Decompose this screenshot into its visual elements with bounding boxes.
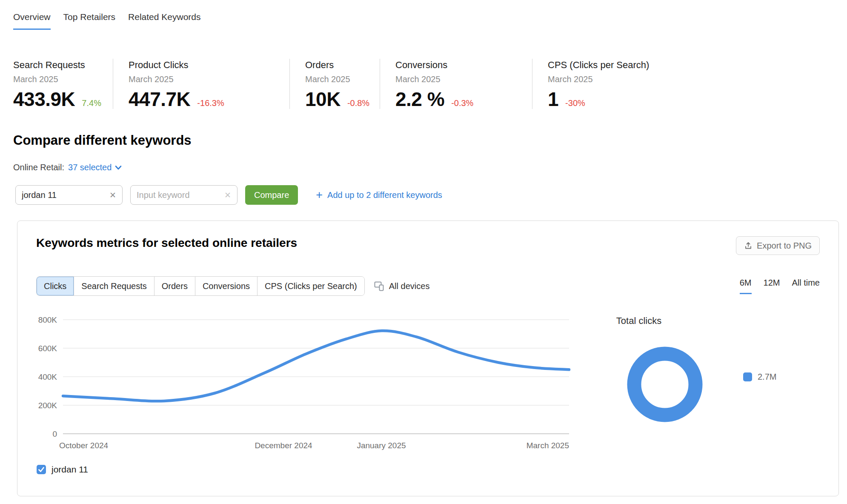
svg-text:200K: 200K (38, 401, 57, 410)
export-button-label: Export to PNG (757, 241, 812, 251)
metric-change: 7.4% (82, 98, 101, 108)
metric-value: 10K (305, 88, 341, 111)
svg-text:October 2024: October 2024 (59, 441, 109, 450)
metric-value: 433.9K (13, 88, 75, 111)
keyword-input-2-wrap: ✕ (130, 185, 238, 205)
metric-value: 1 (548, 88, 558, 111)
legend-swatch (743, 372, 752, 381)
metric-card-search-requests: Search Requests March 2025 433.9K 7.4% (13, 59, 113, 109)
series-checkbox-checked[interactable] (37, 465, 46, 474)
compare-button[interactable]: Compare (245, 185, 298, 205)
metric-change: -16.3% (197, 98, 224, 108)
retailer-filter-label: Online Retail: (13, 163, 64, 172)
metric-summary-row: Search Requests March 2025 433.9K 7.4% P… (13, 59, 847, 109)
range-6m[interactable]: 6M (740, 278, 752, 294)
chart-controls-row: Clicks Search Requests Orders Conversion… (36, 276, 820, 296)
compare-section-title: Compare different keywords (13, 133, 192, 148)
tab-overview[interactable]: Overview (13, 12, 51, 30)
metric-card-orders: Orders March 2025 10K -0.8% (289, 59, 380, 109)
metric-period: March 2025 (395, 74, 532, 84)
all-devices-selector[interactable]: All devices (374, 281, 430, 291)
panel-title: Keywords metrics for selected online ret… (36, 236, 297, 250)
keyword-compare-controls: ✕ ✕ Compare + Add up to 2 different keyw… (15, 185, 442, 205)
metric-card-cps: CPS (Clicks per Search) March 2025 1 -30… (532, 59, 804, 109)
svg-text:400K: 400K (38, 372, 57, 381)
metric-tab-cps[interactable]: CPS (Clicks per Search) (257, 277, 364, 295)
clear-keyword-1-icon[interactable]: ✕ (109, 191, 116, 199)
metric-period: March 2025 (13, 74, 113, 84)
keyword-input-1-wrap: ✕ (15, 185, 123, 205)
range-12m[interactable]: 12M (764, 278, 780, 294)
keywords-metrics-panel: Keywords metrics for selected online ret… (17, 220, 839, 496)
y-axis-tick-labels: 800K 600K 400K 200K 0 (38, 315, 57, 438)
checkmark-icon (38, 467, 45, 472)
metric-change: -0.8% (347, 98, 369, 108)
export-to-png-button[interactable]: Export to PNG (736, 236, 820, 255)
metric-label: CPS (Clicks per Search) (548, 60, 804, 71)
metric-card-product-clicks: Product Clicks March 2025 447.7K -16.3% (113, 59, 289, 109)
donut-legend-item: 2.7M (743, 372, 776, 382)
metric-label: Orders (305, 60, 380, 71)
retailer-filter-value: 37 selected (68, 163, 112, 172)
keyword-analytics-page: Overview Top Retailers Related Keywords … (0, 0, 847, 504)
tab-top-retailers[interactable]: Top Retailers (63, 12, 116, 30)
retailer-filter-row: Online Retail: 37 selected (13, 163, 122, 172)
x-axis-tick-labels: October 2024 December 2024 January 2025 … (59, 441, 569, 450)
keyword-input-1[interactable] (22, 190, 103, 200)
svg-text:800K: 800K (38, 315, 57, 324)
tab-related-keywords[interactable]: Related Keywords (128, 12, 200, 30)
total-clicks-donut-chart (624, 344, 705, 425)
metric-period: March 2025 (548, 74, 804, 84)
metric-tab-clicks[interactable]: Clicks (37, 277, 74, 295)
svg-text:0: 0 (52, 430, 57, 438)
chart-gridlines (63, 320, 569, 434)
devices-icon (374, 281, 385, 291)
metric-period: March 2025 (305, 74, 380, 84)
top-nav-tabs: Overview Top Retailers Related Keywords (13, 12, 201, 30)
add-keyword-label: Add up to 2 different keywords (327, 190, 442, 200)
retailer-filter-dropdown[interactable]: 37 selected (68, 163, 122, 172)
metric-label: Search Requests (13, 60, 113, 71)
metric-value: 2.2 % (395, 88, 444, 111)
export-icon (744, 241, 753, 250)
add-keyword-link[interactable]: + Add up to 2 different keywords (316, 189, 442, 201)
metric-period: March 2025 (129, 74, 289, 84)
metric-tab-search-requests[interactable]: Search Requests (74, 277, 154, 295)
plus-icon: + (316, 189, 323, 201)
range-all-time[interactable]: All time (792, 278, 820, 294)
metric-label: Product Clicks (129, 60, 289, 71)
chevron-down-icon (115, 165, 122, 170)
svg-text:December 2024: December 2024 (255, 441, 312, 450)
series-toggle-row[interactable]: jordan 11 (37, 464, 88, 475)
series-checkbox-label: jordan 11 (52, 464, 88, 475)
svg-text:January 2025: January 2025 (357, 441, 406, 450)
clicks-series-line (63, 331, 569, 401)
metric-card-conversions: Conversions March 2025 2.2 % -0.3% (380, 59, 532, 109)
metric-label: Conversions (395, 60, 532, 71)
metric-value: 447.7K (129, 88, 190, 111)
svg-text:600K: 600K (38, 344, 57, 353)
all-devices-label: All devices (389, 281, 430, 291)
metric-tab-group: Clicks Search Requests Orders Conversion… (36, 276, 365, 296)
donut-title: Total clicks (592, 315, 686, 326)
metric-change: -0.3% (451, 98, 473, 108)
svg-text:March 2025: March 2025 (527, 441, 569, 450)
clear-keyword-2-icon[interactable]: ✕ (224, 191, 231, 199)
legend-value: 2.7M (758, 372, 776, 382)
metric-change: -30% (565, 98, 585, 108)
metric-tab-orders[interactable]: Orders (154, 277, 195, 295)
donut-ring (634, 354, 695, 415)
keyword-input-2[interactable] (137, 190, 217, 200)
time-range-group: 6M 12M All time (740, 278, 820, 294)
clicks-line-chart[interactable]: 800K 600K 400K 200K 0 October 2024 Decem… (36, 304, 572, 453)
metric-tab-conversions[interactable]: Conversions (195, 277, 257, 295)
